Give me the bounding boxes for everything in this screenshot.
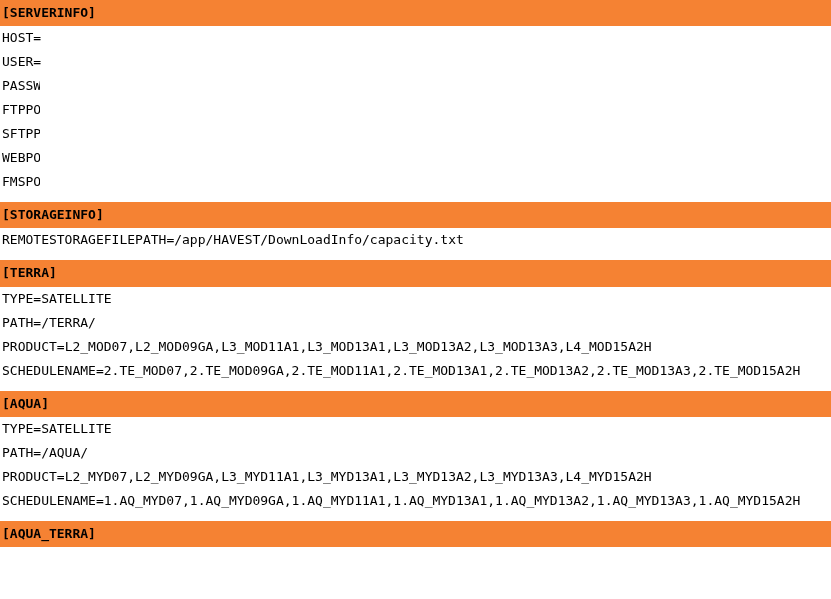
config-key: TYPE [2, 291, 33, 306]
config-line: PATH=/AQUA/ [0, 441, 831, 465]
config-value: L2_MOD07,L2_MOD09GA,L3_MOD11A1,L3_MOD13A… [65, 339, 652, 354]
config-line: SCHEDULENAME=1.AQ_MYD07,1.AQ_MYD09GA,1.A… [0, 489, 831, 513]
equals-sign: = [33, 315, 41, 330]
config-line: PRODUCT=L2_MYD07,L2_MYD09GA,L3_MYD11A1,L… [0, 465, 831, 489]
config-key: USER [2, 54, 33, 69]
equals-sign: = [96, 493, 104, 508]
config-line: FTPPO [0, 98, 831, 122]
config-file-view: [SERVERINFO]HOST=USER=PASSWFTPPOSFTPPWEB… [0, 0, 831, 547]
config-value: 2.TE_MOD07,2.TE_MOD09GA,2.TE_MOD11A1,2.T… [104, 363, 801, 378]
config-value: SATELLITE [41, 421, 111, 436]
section-spacer [0, 513, 831, 519]
equals-sign: = [33, 291, 41, 306]
config-line: HOST= [0, 26, 831, 50]
equals-sign: = [96, 363, 104, 378]
config-key: PATH [2, 315, 33, 330]
config-key: SCHEDULENAME [2, 363, 96, 378]
section-header-aqua_terra: [AQUA_TERRA] [0, 521, 831, 547]
section-spacer [0, 252, 831, 258]
section-spacer [0, 383, 831, 389]
config-value: /AQUA/ [41, 445, 88, 460]
section-header-terra: [TERRA] [0, 260, 831, 286]
equals-sign: = [57, 339, 65, 354]
section-header-serverinfo: [SERVERINFO] [0, 0, 831, 26]
equals-sign: = [33, 421, 41, 436]
config-key: PASSW [2, 74, 40, 98]
config-line: TYPE=SATELLITE [0, 287, 831, 311]
config-key: PATH [2, 445, 33, 460]
config-key: FTPPO [2, 98, 40, 122]
config-line: TYPE=SATELLITE [0, 417, 831, 441]
config-key: HOST [2, 30, 33, 45]
config-key: REMOTESTORAGEFILEPATH [2, 232, 166, 247]
section-aqua_terra: [AQUA_TERRA] [0, 513, 831, 547]
config-line: PASSW [0, 74, 831, 98]
equals-sign: = [57, 469, 65, 484]
config-key: TYPE [2, 421, 33, 436]
config-key: FMSPO [2, 170, 40, 194]
config-key: PRODUCT [2, 339, 57, 354]
section-spacer [0, 194, 831, 200]
section-header-aqua: [AQUA] [0, 391, 831, 417]
config-line: WEBPO [0, 146, 831, 170]
config-line: USER= [0, 50, 831, 74]
config-key: WEBPO [2, 146, 40, 170]
equals-sign: = [33, 30, 41, 45]
equals-sign: = [33, 54, 41, 69]
config-key: SFTPP [2, 122, 40, 146]
config-value: /app/HAVEST/DownLoadInfo/capacity.txt [174, 232, 464, 247]
config-line: PATH=/TERRA/ [0, 311, 831, 335]
config-value: SATELLITE [41, 291, 111, 306]
section-aqua: [AQUA]TYPE=SATELLITEPATH=/AQUA/PRODUCT=L… [0, 383, 831, 513]
config-value: /TERRA/ [41, 315, 96, 330]
section-header-storageinfo: [STORAGEINFO] [0, 202, 831, 228]
section-serverinfo: [SERVERINFO]HOST=USER=PASSWFTPPOSFTPPWEB… [0, 0, 831, 194]
equals-sign: = [33, 445, 41, 460]
config-line: SCHEDULENAME=2.TE_MOD07,2.TE_MOD09GA,2.T… [0, 359, 831, 383]
config-key: SCHEDULENAME [2, 493, 96, 508]
config-line: FMSPO [0, 170, 831, 194]
section-terra: [TERRA]TYPE=SATELLITEPATH=/TERRA/PRODUCT… [0, 252, 831, 382]
config-line: REMOTESTORAGEFILEPATH=/app/HAVEST/DownLo… [0, 228, 831, 252]
section-storageinfo: [STORAGEINFO]REMOTESTORAGEFILEPATH=/app/… [0, 194, 831, 252]
config-line: SFTPP [0, 122, 831, 146]
config-value: L2_MYD07,L2_MYD09GA,L3_MYD11A1,L3_MYD13A… [65, 469, 652, 484]
config-value: 1.AQ_MYD07,1.AQ_MYD09GA,1.AQ_MYD11A1,1.A… [104, 493, 801, 508]
config-key: PRODUCT [2, 469, 57, 484]
config-line: PRODUCT=L2_MOD07,L2_MOD09GA,L3_MOD11A1,L… [0, 335, 831, 359]
